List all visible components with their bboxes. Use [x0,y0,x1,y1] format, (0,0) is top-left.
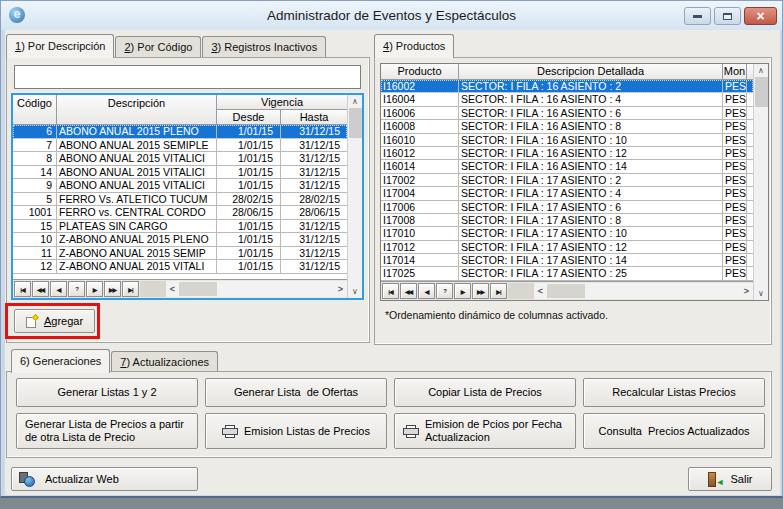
gen-button-consulta-precios-actualizados[interactable]: Consulta Precios Actualizados [583,413,765,449]
event-row[interactable]: 9ABONO ANUAL 2015 VITALICI1/01/1531/12/1… [13,179,347,193]
gen-button-label: Emision de Pcios por Fecha Actualizacion [425,418,571,444]
ordering-note: *Ordenamiento dinámico de columnas activ… [385,309,608,321]
tab-1-por-descripci-n[interactable]: 1) Por Descripción [6,34,114,58]
gen-button-copiar-lista-de-precios[interactable]: Copiar Lista de Precios [394,378,576,407]
producto-row[interactable]: I16006SECTOR: I FILA : 16 ASIENTO : 6PES [381,107,753,120]
actualizar-web-button[interactable]: Actualizar Web [11,467,198,491]
producto-row[interactable]: I17006SECTOR: I FILA : 17 ASIENTO : 6PES [381,201,753,214]
nav-fast-back-button[interactable]: ◀◀ [400,283,417,299]
hscrollbar-thumb[interactable] [179,282,217,296]
column-header-moneda[interactable]: Mon [723,64,747,79]
gen-button-recalcular-listas-precios[interactable]: Recalcular Listas Precios [583,378,765,407]
salir-button[interactable]: Salir [688,467,772,491]
nav-last-button[interactable]: ▶| [122,281,139,297]
producto-row[interactable]: I17010SECTOR: I FILA : 17 ASIENTO : 10PE… [381,227,753,240]
nav-fast-forward-button[interactable]: ▶▶ [472,283,489,299]
tab-3-registros-inactivos[interactable]: 3) Registros Inactivos [202,36,326,58]
vscrollbar-thumb[interactable] [755,77,768,107]
event-row[interactable]: 11Z-ABONO ANUAL 2015 SEMIP1/01/1531/12/1… [13,247,347,261]
cell-descripcion: FERRO vs. CENTRAL CORDO [57,206,217,219]
gen-button-generar-lista-de-precios-a-partir-de-otra-lista-de-precio[interactable]: Generar Lista de Precios a partir de otr… [16,413,198,449]
productos-grid-navigator: |◀◀◀◀?▶▶▶▶| [381,281,753,300]
scroll-up-icon[interactable] [352,95,358,108]
producto-row[interactable]: I16014SECTOR: I FILA : 16 ASIENTO : 14PE… [381,160,753,173]
nav-fast-forward-button[interactable]: ▶▶ [104,281,121,297]
event-row[interactable]: 6ABONO ANUAL 2015 PLENO1/01/1531/12/15 [13,125,347,139]
cell-desde: 1/01/15 [217,152,281,165]
producto-row[interactable]: I17025SECTOR: I FILA : 17 ASIENTO : 25PE… [381,267,753,280]
nav-help-button[interactable]: ? [68,281,85,297]
scroll-down-icon[interactable] [352,285,358,298]
tab-2-por-c-digo[interactable]: 2) Por Código [115,36,201,58]
cell-desde: 1/01/15 [217,179,281,192]
gen-button-emision-listas-de-precios[interactable]: Emision Listas de Precios [205,413,387,449]
client-area: 1) Por Descripción2) Por Código3) Regist… [5,30,780,495]
minimize-button[interactable] [684,7,711,25]
scroll-left-icon[interactable] [534,286,547,296]
event-row[interactable]: 12Z-ABONO ANUAL 2015 VITALI1/01/1531/12/… [13,260,347,274]
producto-row[interactable]: I16008SECTOR: I FILA : 16 ASIENTO : 8PES [381,120,753,133]
scroll-right-icon[interactable] [334,284,347,294]
cell-producto: I16006 [381,107,459,119]
nav-next-button[interactable]: ▶ [454,283,471,299]
column-header-hasta[interactable]: Hasta [281,110,347,124]
horizontal-scrollbar[interactable] [166,281,347,297]
nav-prev-button[interactable]: ◀ [418,283,435,299]
nav-fast-back-button[interactable]: ◀◀ [32,281,49,297]
agregar-button[interactable]: Agregar [14,309,95,333]
tab-6-generaciones[interactable]: 6) Generaciones [11,349,110,373]
producto-row[interactable]: I17014SECTOR: I FILA : 17 ASIENTO : 14PE… [381,254,753,267]
producto-row[interactable]: I17002SECTOR: I FILA : 17 ASIENTO : 2PES [381,174,753,187]
cell-desde: 1/01/15 [217,233,281,246]
column-header-desde[interactable]: Desde [217,110,281,124]
producto-row[interactable]: I16010SECTOR: I FILA : 16 ASIENTO : 10PE… [381,134,753,147]
gen-button-generar-lista-de-ofertas[interactable]: Generar Lista de Ofertas [205,378,387,407]
event-row[interactable]: 7ABONO ANUAL 2015 SEMIPLE1/01/1531/12/15 [13,139,347,153]
close-button[interactable] [744,7,777,25]
tab-4-productos[interactable]: 4) Productos [374,34,454,58]
nav-first-button[interactable]: |◀ [14,281,31,297]
event-row[interactable]: 5FERRO Vs. ATLETICO TUCUM28/02/1528/02/1… [13,193,347,207]
producto-row[interactable]: I17004SECTOR: I FILA : 17 ASIENTO : 4PES [381,187,753,200]
maximize-button[interactable] [714,7,741,25]
gen-button-emision-de-pcios-por-fecha-actualizacion[interactable]: Emision de Pcios por Fecha Actualizacion [394,413,576,449]
producto-row[interactable]: I16012SECTOR: I FILA : 16 ASIENTO : 12PE… [381,147,753,160]
hscrollbar-thumb[interactable] [547,284,585,298]
nav-first-button[interactable]: |◀ [382,283,399,299]
scroll-right-icon[interactable] [740,286,753,296]
producto-row[interactable]: I16002SECTOR: I FILA : 16 ASIENTO : 2PES [381,80,753,93]
nav-prev-button[interactable]: ◀ [50,281,67,297]
gen-button-label: Generar Lista de Ofertas [234,386,358,399]
nav-last-button[interactable]: ▶| [490,283,507,299]
column-header-codigo[interactable]: Código [13,95,57,124]
producto-row[interactable]: I16004SECTOR: I FILA : 16 ASIENTO : 4PES [381,93,753,106]
cell-moneda: PES [723,93,747,105]
event-row[interactable]: 10Z-ABONO ANUAL 2015 PLENO1/01/1531/12/1… [13,233,347,247]
vscrollbar-thumb[interactable] [349,108,362,138]
column-header-vigencia[interactable]: Vigencia [217,95,347,110]
search-input[interactable] [14,65,361,89]
event-row[interactable]: 15PLATEAS SIN CARGO1/01/1531/12/15 [13,220,347,234]
productos-grid-vscrollbar[interactable] [753,64,768,300]
nav-next-button[interactable]: ▶ [86,281,103,297]
event-row[interactable]: 1001FERRO vs. CENTRAL CORDO28/06/1528/06… [13,206,347,220]
gen-button-generar-listas-1-y-2[interactable]: Generar Listas 1 y 2 [16,378,198,407]
cell-hasta: 31/12/15 [281,139,347,152]
horizontal-scrollbar[interactable] [534,283,753,299]
scroll-up-icon[interactable] [758,64,764,77]
nav-help-button[interactable]: ? [436,283,453,299]
event-row[interactable]: 8ABONO ANUAL 2015 VITALICI1/01/1531/12/1… [13,152,347,166]
cell-moneda: PES [723,214,747,226]
scroll-down-icon[interactable] [758,287,764,300]
column-header-descripcion[interactable]: Descripción [57,95,217,124]
tab-7-actualizaciones[interactable]: 7) Actualizaciones [111,351,218,373]
column-header-descripcion-detallada[interactable]: Descripcion Detallada [459,64,723,79]
cell-hasta: 28/06/15 [281,206,347,219]
producto-row[interactable]: I17008SECTOR: I FILA : 17 ASIENTO : 8PES [381,214,753,227]
scroll-left-icon[interactable] [166,284,179,294]
events-grid-vscrollbar[interactable] [347,95,362,298]
event-row[interactable]: 14ABONO ANUAL 2015 VITALICI1/01/1531/12/… [13,166,347,180]
cell-moneda: PES [723,254,747,266]
column-header-producto[interactable]: Producto [381,64,459,79]
producto-row[interactable]: I17012SECTOR: I FILA : 17 ASIENTO : 12PE… [381,241,753,254]
